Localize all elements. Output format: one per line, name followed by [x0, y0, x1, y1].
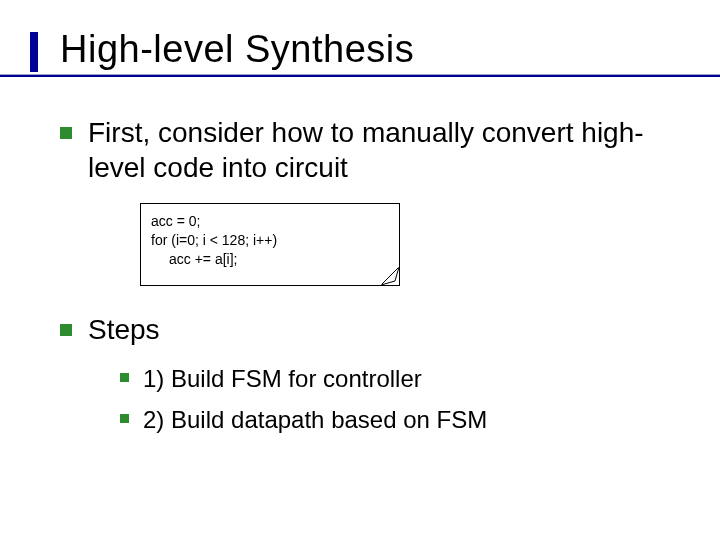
square-bullet-icon: [60, 324, 72, 336]
title-underline: [0, 74, 720, 77]
bullet-intro: First, consider how to manually convert …: [60, 115, 680, 185]
slide-title: High-level Synthesis: [60, 28, 680, 71]
bullet-intro-text: First, consider how to manually convert …: [88, 115, 680, 185]
square-bullet-icon: [60, 127, 72, 139]
code-line-1: acc = 0;: [151, 212, 389, 231]
slide: High-level Synthesis First, consider how…: [0, 0, 720, 540]
steps-list: 1) Build FSM for controller 2) Build dat…: [60, 363, 680, 435]
dogear-icon: [381, 267, 399, 285]
slide-body: First, consider how to manually convert …: [60, 99, 680, 435]
code-line-2: for (i=0; i < 128; i++): [151, 231, 389, 250]
square-bullet-icon: [120, 373, 129, 382]
bullet-steps-text: Steps: [88, 312, 160, 347]
title-block: High-level Synthesis: [60, 28, 680, 71]
code-snippet-box: acc = 0; for (i=0; i < 128; i++) acc += …: [140, 203, 400, 286]
list-item: 2) Build datapath based on FSM: [120, 404, 680, 435]
bullet-steps: Steps: [60, 312, 680, 347]
step-2-text: 2) Build datapath based on FSM: [143, 404, 487, 435]
list-item: 1) Build FSM for controller: [120, 363, 680, 394]
title-accent-bar: [30, 32, 38, 72]
square-bullet-icon: [120, 414, 129, 423]
code-line-3: acc += a[i];: [151, 250, 389, 269]
step-1-text: 1) Build FSM for controller: [143, 363, 422, 394]
